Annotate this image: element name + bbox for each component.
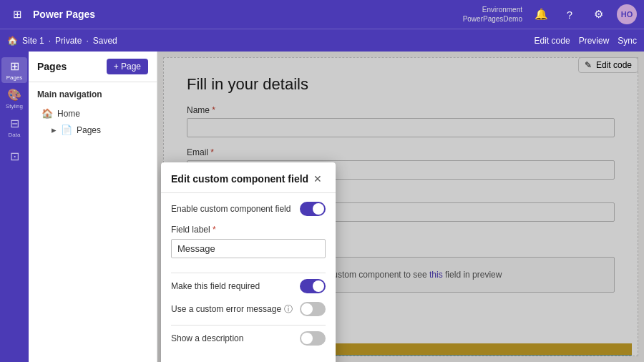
home-nav-icon: 🏠	[42, 108, 53, 119]
show-desc-row: Show a description	[171, 331, 326, 346]
custom-error-label: Use a custom error message	[171, 304, 281, 314]
env-info: Environment PowerPagesDemo	[463, 5, 522, 24]
make-required-toggle[interactable]	[300, 279, 326, 293]
field-label-section: Field label *	[171, 225, 326, 267]
required-toggle-knob	[313, 280, 324, 292]
sidebar-item-pages[interactable]: ⊞ Pages	[1, 57, 27, 83]
sidebar-item-data[interactable]: ⊟ Data	[1, 114, 27, 140]
divider1	[171, 273, 326, 273]
show-desc-knob	[301, 333, 313, 344]
show-desc-label: Show a description	[171, 333, 243, 343]
styling-icon: 🎨	[7, 88, 21, 102]
edit-component-dialog: Edit custom component field ✕ Enable cus…	[161, 162, 336, 362]
env-name: PowerPagesDemo	[463, 14, 522, 24]
field-label-input[interactable]	[171, 239, 326, 258]
info-icon[interactable]: ⓘ	[284, 303, 293, 315]
nav-item-home[interactable]: 🏠 Home	[37, 105, 148, 122]
settings-icon[interactable]: ⚙	[588, 4, 608, 24]
enable-toggle-row: Enable custom component field	[171, 202, 326, 216]
field-label-title: Field label *	[171, 225, 326, 235]
enable-toggle[interactable]	[300, 202, 326, 216]
add-page-button[interactable]: + Page	[107, 59, 148, 74]
site-visibility: Private	[55, 36, 82, 46]
custom-error-label-group: Use a custom error message ⓘ	[171, 303, 293, 315]
sync-button[interactable]: Sync	[618, 36, 637, 46]
notification-icon[interactable]: 🔔	[531, 4, 551, 24]
env-label: Environment	[463, 5, 522, 14]
field-label-required: *	[213, 225, 216, 235]
make-required-label: Make this field required	[171, 281, 260, 291]
enable-toggle-knob	[313, 203, 324, 215]
apps-icon[interactable]: ⊞	[7, 4, 27, 24]
app-title: Power Pages	[33, 9, 95, 20]
data-icon: ⊟	[10, 117, 19, 130]
sidebar-item-extra[interactable]: ⊡	[1, 143, 27, 169]
separator2: ·	[86, 36, 88, 46]
custom-error-row: Use a custom error message ⓘ	[171, 302, 326, 316]
styling-label: Styling	[6, 103, 23, 109]
pages-nav-label: Pages	[77, 125, 101, 135]
dialog-title: Edit custom component field	[171, 173, 308, 185]
pages-sidebar-title: Pages	[37, 61, 67, 72]
main-area: Fill in your details Name * Email * Subj…	[157, 52, 644, 362]
pages-label: Pages	[6, 74, 23, 81]
pages-sidebar: Pages + Page Main navigation 🏠 Home ▸ 📄 …	[29, 52, 157, 362]
nav-item-pages[interactable]: ▸ 📄 Pages	[37, 122, 148, 138]
make-required-row: Make this field required	[171, 279, 326, 293]
custom-error-toggle[interactable]	[300, 302, 326, 316]
site-name: Site 1	[22, 36, 44, 46]
data-label: Data	[9, 132, 21, 138]
user-avatar[interactable]: HO	[617, 4, 637, 24]
enable-label: Enable custom component field	[171, 204, 291, 214]
show-desc-toggle[interactable]	[300, 331, 326, 346]
edit-code-button[interactable]: Edit code	[535, 36, 570, 46]
preview-button[interactable]: Preview	[579, 36, 610, 46]
pages-file-icon: 📄	[61, 124, 72, 135]
home-icon[interactable]: 🏠	[7, 36, 18, 46]
chevron-right-icon: ▸	[52, 124, 57, 135]
separator: ·	[49, 36, 51, 46]
nav-section-title: Main navigation	[37, 89, 148, 99]
dialog-close-button[interactable]: ✕	[310, 171, 326, 187]
icon-sidebar: ⊞ Pages 🎨 Styling ⊟ Data ⊡	[0, 52, 29, 362]
sidebar-item-styling[interactable]: 🎨 Styling	[1, 86, 27, 112]
divider2	[171, 325, 326, 326]
help-icon[interactable]: ?	[560, 4, 580, 24]
pages-icon: ⊞	[10, 59, 19, 73]
home-nav-label: Home	[57, 109, 80, 119]
custom-error-knob	[301, 303, 313, 315]
save-status: Saved	[93, 36, 117, 46]
extra-icon: ⊡	[10, 150, 19, 163]
